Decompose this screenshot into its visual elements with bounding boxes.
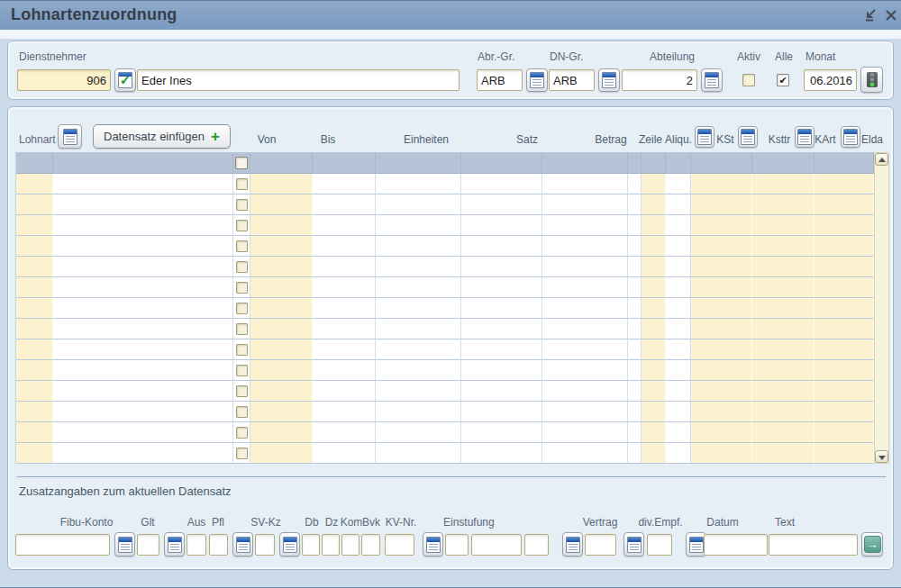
- text-field[interactable]: [769, 534, 858, 556]
- table-row[interactable]: [16, 381, 874, 402]
- scroll-down-button[interactable]: [875, 450, 888, 463]
- kv-nr-field[interactable]: [385, 534, 414, 556]
- table-cell[interactable]: [642, 298, 666, 319]
- row-checkbox[interactable]: [236, 448, 248, 459]
- table-cell[interactable]: [642, 174, 666, 194]
- table-cell[interactable]: [666, 194, 691, 215]
- table-cell[interactable]: [642, 277, 666, 298]
- row-checkbox[interactable]: [236, 282, 248, 294]
- pfl-picker-button[interactable]: [232, 532, 253, 556]
- table-cell[interactable]: [53, 153, 233, 174]
- table-cell[interactable]: [752, 422, 815, 443]
- row-checkbox[interactable]: [236, 406, 248, 418]
- table-cell[interactable]: [691, 277, 752, 298]
- table-cell[interactable]: [233, 339, 250, 360]
- table-cell[interactable]: [53, 257, 233, 277]
- row-checkbox[interactable]: [236, 427, 248, 439]
- table-cell[interactable]: [461, 443, 542, 464]
- table-cell[interactable]: [642, 339, 666, 360]
- div-empf-field[interactable]: [647, 534, 672, 556]
- table-cell[interactable]: [542, 319, 628, 339]
- table-cell[interactable]: [53, 194, 233, 215]
- ksttr-picker-button[interactable]: [795, 126, 815, 148]
- table-cell[interactable]: [542, 360, 628, 381]
- table-cell[interactable]: [53, 174, 233, 194]
- table-cell[interactable]: [376, 339, 461, 360]
- table-cell[interactable]: [628, 277, 642, 298]
- table-cell[interactable]: [313, 422, 376, 443]
- table-cell[interactable]: [376, 443, 461, 464]
- table-cell[interactable]: [313, 194, 376, 215]
- einstufung-field-1[interactable]: [445, 534, 469, 556]
- table-cell[interactable]: [666, 215, 691, 236]
- table-cell[interactable]: [628, 319, 642, 339]
- monat-field[interactable]: [804, 69, 857, 91]
- table-cell[interactable]: [666, 443, 691, 464]
- table-cell[interactable]: [313, 360, 376, 381]
- table-cell[interactable]: [233, 236, 250, 257]
- table-cell[interactable]: [313, 277, 376, 298]
- table-cell[interactable]: [376, 422, 461, 443]
- table-cell[interactable]: [628, 257, 642, 277]
- table-cell[interactable]: [815, 319, 874, 339]
- table-cell[interactable]: [815, 381, 874, 402]
- table-cell[interactable]: [815, 153, 874, 174]
- table-cell[interactable]: [666, 153, 691, 174]
- table-cell[interactable]: [16, 277, 53, 298]
- table-cell[interactable]: [752, 402, 815, 422]
- table-cell[interactable]: [542, 298, 628, 319]
- table-row[interactable]: [16, 277, 874, 298]
- table-cell[interactable]: [666, 319, 691, 339]
- table-cell[interactable]: [815, 422, 874, 443]
- table-cell[interactable]: [542, 153, 628, 174]
- table-cell[interactable]: [542, 257, 628, 277]
- table-cell[interactable]: [53, 298, 233, 319]
- table-row[interactable]: [16, 319, 874, 339]
- einstufung-field-2[interactable]: [471, 534, 522, 556]
- table-cell[interactable]: [250, 194, 313, 215]
- table-cell[interactable]: [233, 277, 250, 298]
- table-row[interactable]: [16, 298, 874, 319]
- table-row[interactable]: [16, 194, 874, 215]
- abteilung-field[interactable]: [622, 69, 697, 91]
- glt-field[interactable]: [137, 534, 159, 556]
- dienstnehmer-number-field[interactable]: [17, 69, 111, 91]
- table-cell[interactable]: [691, 257, 752, 277]
- table-cell[interactable]: [16, 215, 53, 236]
- table-cell[interactable]: [233, 153, 250, 174]
- table-cell[interactable]: [666, 381, 691, 402]
- table-cell[interactable]: [752, 298, 815, 319]
- table-row[interactable]: [16, 443, 874, 464]
- table-cell[interactable]: [376, 215, 461, 236]
- table-row[interactable]: [16, 402, 874, 422]
- einstufung-field-3[interactable]: [524, 534, 549, 556]
- table-cell[interactable]: [313, 339, 376, 360]
- aliqu-picker-button[interactable]: [695, 126, 714, 148]
- table-cell[interactable]: [376, 381, 461, 402]
- table-cell[interactable]: [233, 174, 250, 194]
- table-cell[interactable]: [642, 443, 666, 464]
- insert-record-button[interactable]: Datensatz einfügen +: [93, 124, 231, 149]
- table-cell[interactable]: [542, 381, 628, 402]
- table-cell[interactable]: [666, 236, 691, 257]
- table-cell[interactable]: [666, 257, 691, 277]
- table-cell[interactable]: [752, 236, 815, 257]
- row-checkbox[interactable]: [236, 303, 248, 314]
- table-cell[interactable]: [691, 153, 752, 174]
- table-cell[interactable]: [815, 360, 874, 381]
- table-cell[interactable]: [250, 381, 313, 402]
- table-cell[interactable]: [16, 194, 53, 215]
- table-cell[interactable]: [752, 360, 815, 381]
- datum-field[interactable]: [704, 534, 768, 556]
- table-cell[interactable]: [542, 339, 628, 360]
- table-cell[interactable]: [666, 422, 691, 443]
- table-cell[interactable]: [752, 319, 815, 339]
- table-cell[interactable]: [16, 298, 53, 319]
- table-cell[interactable]: [461, 236, 542, 257]
- dienstnehmer-name-field[interactable]: [137, 69, 460, 91]
- table-cell[interactable]: [376, 174, 461, 194]
- table-cell[interactable]: [752, 174, 815, 194]
- table-cell[interactable]: [666, 174, 691, 194]
- abr-gr-field[interactable]: [477, 69, 523, 91]
- close-icon[interactable]: [883, 7, 899, 23]
